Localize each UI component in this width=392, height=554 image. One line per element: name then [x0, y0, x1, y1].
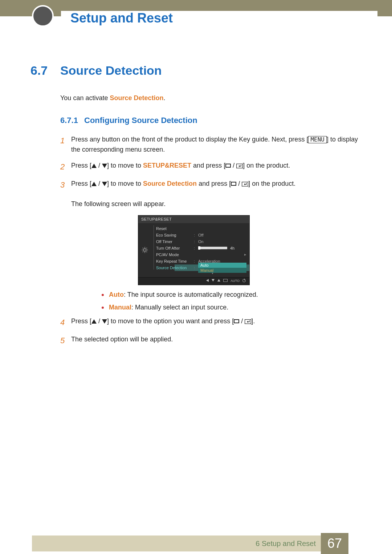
down-triangle-icon	[212, 279, 215, 282]
osd-label: Off Timer	[156, 239, 194, 244]
gear-icon	[142, 247, 148, 253]
subsection-number: 6.7.1	[60, 116, 84, 125]
step-text: ].	[251, 317, 255, 325]
up-triangle-icon	[91, 182, 97, 186]
osd-panel: SETUP&RESET Reset Eco Saving:Off Off Tim…	[138, 215, 250, 285]
chapter-title-band: Setup and Reset	[61, 11, 377, 25]
enter-icon	[223, 279, 228, 282]
bullet-label: Auto	[109, 291, 124, 298]
up-triangle-icon	[91, 319, 97, 324]
enter-icon	[242, 182, 248, 186]
osd-foot-enter	[223, 279, 228, 283]
step-2: 2 Press [ / ] to move to SETUP&RESET and…	[60, 161, 362, 173]
bullet-text: Manual: Manually select an input source.	[109, 304, 228, 311]
osd-colon: :	[194, 259, 198, 263]
bullet-text: Auto: The input source is automatically …	[109, 291, 258, 299]
down-triangle-icon	[102, 319, 107, 324]
left-triangle-icon	[206, 279, 209, 282]
svg-line-8	[147, 252, 147, 253]
down-triangle-icon	[102, 182, 107, 186]
step-text: ] to move to	[107, 162, 143, 169]
bullet-dot-icon	[102, 294, 104, 296]
step-text: Press [	[71, 162, 91, 169]
rect-icon	[225, 164, 231, 168]
osd-foot-down	[212, 279, 215, 283]
osd-item-pcav: PC/AV Mode▸	[156, 251, 249, 258]
osd-separator	[154, 225, 154, 270]
bullet-list: Auto: The input source is automatically …	[102, 291, 362, 311]
chevron-right-icon: ▸	[243, 252, 246, 257]
osd-body: Reset Eco Saving:Off Off Timer:On Turn O…	[138, 223, 249, 277]
section-heading: 6.7 Source Detection	[30, 63, 362, 78]
power-icon	[242, 279, 246, 282]
up-triangle-icon	[217, 279, 220, 282]
steps-list: 1 Press any button on the front of the p…	[60, 135, 362, 347]
bullet-label: Manual	[109, 304, 131, 311]
page-footer: 6 Setup and Reset 67	[0, 533, 392, 554]
step-4: 4 Press [ / ] to move to the option you …	[60, 316, 362, 329]
menu-key-icon: MENU	[308, 136, 327, 143]
bullet-dot-icon	[102, 307, 104, 309]
step-number: 2	[60, 161, 71, 173]
step-text: ] on the product.	[248, 180, 295, 187]
step-text: and press [	[197, 180, 231, 187]
osd-label: Key Repeat Time	[156, 259, 194, 263]
osd-item-sourcedetection: Source Detection: Auto Manual	[156, 264, 249, 271]
step-number: 4	[60, 316, 71, 329]
osd-value: On	[198, 239, 246, 244]
intro-emphasis: Source Detection	[110, 94, 163, 102]
osd-screenshot: SETUP&RESET Reset Eco Saving:Off Off Tim…	[138, 215, 362, 285]
bullet-manual: Manual: Manually select an input source.	[102, 304, 362, 311]
step-text: ] to move to	[107, 180, 143, 187]
osd-foot-power	[242, 279, 246, 283]
step-emphasis: Source Detection	[143, 180, 197, 187]
enter-icon	[236, 164, 243, 168]
osd-colon: :	[194, 246, 198, 250]
document-page: Setup and Reset 6.7 Source Detection You…	[0, 0, 392, 554]
osd-dropdown-selected: Auto	[198, 263, 246, 268]
footer-chapter-label: 6 Setup and Reset	[241, 533, 321, 554]
step-text: Press any button on the front of the pro…	[71, 136, 308, 143]
step-body: The selected option will be applied.	[71, 335, 362, 347]
chapter-title: Setup and Reset	[61, 11, 173, 26]
svg-point-2	[143, 249, 146, 251]
osd-colon: :	[194, 239, 198, 244]
osd-item-reset: Reset	[156, 225, 249, 232]
step-number: 1	[60, 135, 71, 155]
osd-item-turnoff: Turn Off After:4h	[156, 245, 249, 251]
osd-foot-auto: AUTO	[230, 279, 240, 283]
step-text: ] to move to the option you want and pre…	[107, 317, 234, 325]
svg-line-7	[143, 248, 143, 249]
osd-footer-nav: AUTO	[138, 277, 249, 285]
intro-pre: You can activate	[60, 94, 110, 102]
osd-foot-left	[206, 279, 209, 283]
step-text: Press [	[71, 180, 91, 187]
step-text: Press [	[71, 317, 91, 325]
osd-label: Reset	[156, 226, 194, 231]
step-body: Press [ / ] to move to SETUP&RESET and p…	[71, 161, 362, 173]
rect-icon	[234, 319, 239, 323]
osd-foot-up	[217, 279, 220, 283]
section-title: Source Detection	[60, 63, 162, 78]
step-number: 5	[60, 335, 71, 347]
down-triangle-icon	[102, 164, 107, 168]
step-body: Press any button on the front of the pro…	[71, 135, 362, 155]
bullet-desc: : The input source is automatically reco…	[124, 291, 258, 298]
osd-value: Off	[198, 233, 246, 237]
intro-paragraph: You can activate Source Detection.	[60, 94, 362, 102]
chapter-badge	[32, 5, 54, 27]
osd-label: PC/AV Mode	[156, 253, 194, 257]
page-number: 67	[321, 533, 348, 554]
step-text: ] on the product.	[243, 162, 290, 169]
osd-value: 4h	[230, 246, 234, 250]
osd-dropdown-option: Manual	[198, 268, 246, 273]
up-triangle-icon	[91, 164, 97, 168]
osd-label: Turn Off After	[156, 246, 194, 250]
step-number: 3	[60, 179, 71, 209]
step-emphasis: SETUP&RESET	[143, 162, 191, 169]
step-text: and press [	[191, 162, 225, 169]
enter-icon	[245, 319, 251, 324]
slider-knob-icon	[198, 246, 200, 250]
svg-line-10	[147, 248, 147, 249]
subsection-title: Configuring Source Detection	[84, 116, 197, 125]
